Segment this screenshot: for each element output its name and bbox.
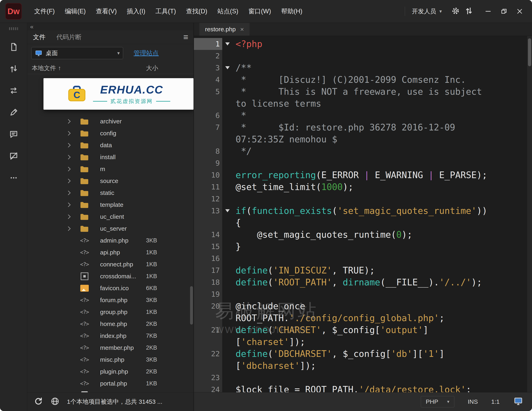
expand-chevron-icon[interactable]	[67, 155, 77, 159]
comment-disabled-icon[interactable]	[9, 151, 19, 161]
code-line-6[interactable]: 6 *	[194, 110, 532, 121]
tree-item-index-php[interactable]: <?>index.php7KB	[27, 330, 193, 342]
tab-snippets[interactable]: 代码片断	[57, 33, 82, 41]
code-line-20-wrap[interactable]: ROOT_PATH.'./config/config_global.php';	[194, 312, 532, 324]
fold-triangle-icon[interactable]	[225, 66, 230, 69]
code-line-21-wrap[interactable]: ['charset']);	[194, 336, 532, 348]
column-size[interactable]: 大小	[146, 64, 193, 72]
fold-toggle[interactable]	[222, 62, 233, 74]
expand-chevron-icon[interactable]	[67, 179, 77, 183]
code-line-5-wrap[interactable]: to license terms	[194, 98, 532, 110]
code-text[interactable]: /**	[233, 63, 252, 73]
code-text[interactable]: 07:52:35Z nemohou $	[233, 134, 337, 144]
tree-item-config[interactable]: config	[27, 127, 193, 139]
tree-item-forum-php[interactable]: <?>forum.php3KB	[27, 294, 193, 306]
comment-icon[interactable]	[9, 129, 19, 139]
tree-item-install[interactable]: install	[27, 151, 193, 163]
tree-item-favicon-ico[interactable]: favicon.ico6KB	[27, 282, 193, 294]
menu-item-3[interactable]: 插入(I)	[122, 0, 150, 23]
code-line-8[interactable]: 8 */	[194, 145, 532, 157]
tree-item-portal-php[interactable]: <?>portal.php1KB	[27, 377, 193, 389]
panel-menu-icon[interactable]: ≡	[183, 33, 188, 41]
restore-button[interactable]	[496, 4, 512, 18]
expand-chevron-icon[interactable]	[67, 144, 77, 147]
tree-item-template[interactable]: template	[27, 199, 193, 211]
file-icon[interactable]	[9, 42, 19, 52]
menu-item-6[interactable]: 站点(S)	[212, 0, 243, 23]
code-line-17[interactable]: 17define('IN_DISCUZ', TRUE);	[194, 264, 532, 276]
fold-triangle-icon[interactable]	[225, 209, 230, 212]
tree-item-m[interactable]: m	[27, 163, 193, 175]
expand-chevron-icon[interactable]	[67, 227, 77, 230]
fold-triangle-icon[interactable]	[225, 42, 230, 46]
expand-chevron-icon[interactable]	[67, 203, 77, 206]
tree-item-data[interactable]: data	[27, 139, 193, 151]
code-line-13[interactable]: 13if(function_exists('set_magic_quotes_r…	[194, 205, 532, 217]
manage-sites-link[interactable]: 管理站点	[134, 49, 159, 57]
workspace-switcher[interactable]: 开发人员 ▾	[397, 4, 446, 18]
code-line-14[interactable]: 14 @set_magic_quotes_runtime(0);	[194, 229, 532, 241]
tree-item-source[interactable]: source	[27, 175, 193, 187]
menu-item-1[interactable]: 编辑(E)	[60, 0, 91, 23]
code-text[interactable]: $lock_file = ROOT_PATH.'/data/restore.lo…	[233, 384, 471, 392]
code-line-23[interactable]: 23	[194, 372, 532, 384]
code-line-15[interactable]: 15}	[194, 241, 532, 252]
tree-item-uc-client[interactable]: uc_client	[27, 211, 193, 223]
remote-server-globe-icon[interactable]	[50, 397, 60, 407]
code-text[interactable]: *	[233, 110, 246, 120]
menu-item-7[interactable]: 窗口(W)	[243, 0, 276, 23]
code-line-11[interactable]: 11@set_time_limit(1000);	[194, 181, 532, 193]
code-line-20[interactable]: 20@include_once	[194, 300, 532, 312]
refresh-icon[interactable]	[34, 397, 43, 407]
code-line-21[interactable]: 21define('CHARSET', $_config['output']	[194, 324, 532, 336]
files-scrollbar[interactable]	[190, 286, 193, 325]
tree-item-home-php[interactable]: <?>home.php2KB	[27, 318, 193, 330]
code-text[interactable]: @set_magic_quotes_runtime(0);	[233, 229, 412, 240]
code-line-18[interactable]: 18define('ROOT_PATH', dirname(__FILE__).…	[194, 276, 532, 288]
code-text[interactable]: ['dbcharset']);	[233, 361, 316, 371]
tree-item-misc-php[interactable]: <?>misc.php3KB	[27, 354, 193, 365]
code-text[interactable]: to license terms	[233, 98, 321, 109]
code-text[interactable]: @set_time_limit(1000);	[233, 182, 353, 192]
menu-item-4[interactable]: 工具(T)	[151, 0, 181, 23]
menu-item-8[interactable]: 帮助(H)	[276, 0, 307, 23]
expand-chevron-icon[interactable]	[67, 132, 77, 135]
sync-settings-icon[interactable]	[465, 7, 473, 16]
code-line-24[interactable]: 24$lock_file = ROOT_PATH.'/data/restore.…	[194, 384, 532, 392]
tree-item-connect-php[interactable]: <?>connect.php1KB	[27, 258, 193, 270]
tree-item-plugin-php[interactable]: <?>plugin.php2KB	[27, 365, 193, 377]
code-line-7[interactable]: 7 * $Id: restore.php 36278 2016-12-09	[194, 121, 532, 133]
editor-scrollbar-track[interactable]	[527, 36, 532, 392]
close-tab-icon[interactable]: ×	[240, 26, 244, 33]
expand-chevron-icon[interactable]	[67, 215, 77, 218]
code-line-13-wrap[interactable]: {	[194, 217, 532, 229]
code-line-22-wrap[interactable]: ['dbcharset']);	[194, 360, 532, 372]
code-line-16[interactable]: 16	[194, 252, 532, 264]
code-text[interactable]: <?php	[233, 39, 262, 49]
tree-item-admin-php[interactable]: <?>admin.php3KB	[27, 235, 193, 247]
menu-item-2[interactable]: 查看(V)	[91, 0, 122, 23]
tree-item-api-php[interactable]: <?>api.php1KB	[27, 247, 193, 258]
toolbar-grip[interactable]	[9, 27, 18, 30]
code-text[interactable]: ROOT_PATH.'./config/config_global.php';	[233, 313, 445, 323]
tab-files[interactable]: 文件	[33, 33, 46, 41]
swap-arrows-icon[interactable]	[9, 85, 19, 96]
settings-gear-icon[interactable]	[451, 7, 460, 16]
menu-item-5[interactable]: 查找(D)	[181, 0, 212, 23]
document-tab-restore-php[interactable]: restore.php ×	[199, 23, 249, 36]
tree-item-member-php[interactable]: <?>member.php2KB	[27, 342, 193, 354]
code-text[interactable]: {	[233, 218, 241, 228]
code-line-19[interactable]: 19	[194, 288, 532, 300]
tree-item-archiver[interactable]: archiver	[27, 115, 193, 127]
code-line-1[interactable]: 1<?php	[194, 38, 532, 50]
code-line-9[interactable]: 9	[194, 157, 532, 169]
close-button[interactable]	[512, 4, 528, 18]
file-transfer-icon[interactable]	[9, 64, 19, 74]
tree-item-group-php[interactable]: <?>group.php1KB	[27, 306, 193, 318]
tree-item-uc-server[interactable]: uc_server	[27, 223, 193, 235]
tree-item-static[interactable]: static	[27, 187, 193, 199]
code-line-12[interactable]: 12	[194, 193, 532, 205]
preview-monitor-icon[interactable]	[513, 396, 523, 407]
code-line-7-wrap[interactable]: 07:52:35Z nemohou $	[194, 133, 532, 145]
fold-toggle[interactable]	[222, 205, 233, 217]
